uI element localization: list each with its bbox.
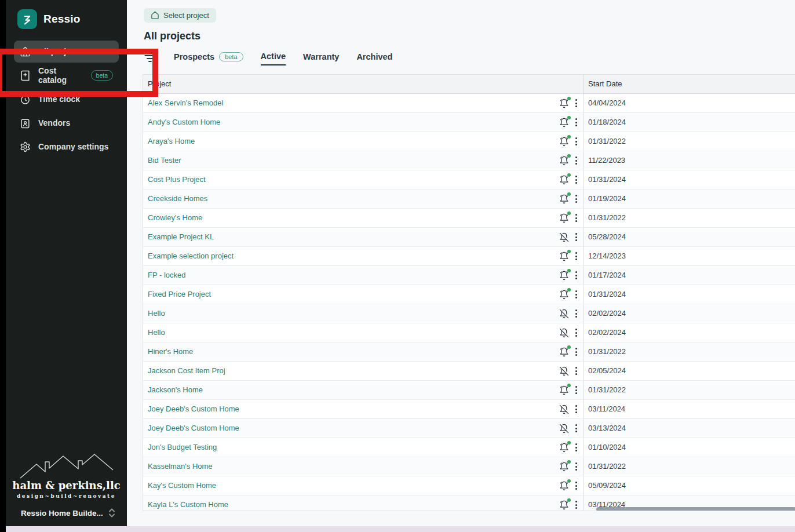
row-menu-button[interactable] [574,136,578,147]
notifications-bell-button[interactable] [559,232,569,242]
project-link[interactable]: Joey Deeb's Custom Home [148,400,239,418]
notifications-bell-button[interactable] [559,137,569,147]
project-link[interactable]: Kayla L's Custom Home [148,495,228,511]
project-link[interactable]: Example selection project [148,247,234,265]
table-row[interactable]: Example Project KL 05/28/2024 [143,228,795,247]
table-row[interactable]: Jackson's Home 01/31/2022 [143,381,795,400]
table-row[interactable]: Fixed Price Project 01/31/2024 [143,285,795,304]
table-row[interactable]: Hello 02/02/2024 [143,304,795,323]
row-menu-button[interactable] [574,308,578,319]
notifications-bell-button[interactable] [559,213,569,223]
row-menu-button[interactable] [574,461,578,472]
project-link[interactable]: Cost Plus Project [148,170,206,189]
row-menu-button[interactable] [574,423,578,433]
notifications-bell-button[interactable] [559,424,569,433]
row-menu-button[interactable] [574,366,578,376]
row-menu-button[interactable] [574,347,578,357]
row-menu-button[interactable] [574,327,578,338]
horizontal-scrollbar[interactable] [596,507,795,511]
project-link[interactable]: Jackson's Home [148,381,203,399]
filter-button[interactable] [144,52,156,65]
notifications-bell-button[interactable] [559,462,569,472]
notifications-bell-button[interactable] [559,252,569,261]
notifications-bell-button[interactable] [559,309,569,319]
row-menu-button[interactable] [574,232,578,242]
project-link[interactable]: Hello [148,304,165,323]
table-row[interactable]: Joey Deeb's Custom Home 03/13/2024 [143,419,795,438]
project-link[interactable]: Kay's Custom Home [148,476,216,495]
notifications-bell-button[interactable] [559,99,569,108]
table-row[interactable]: Bid Tester 11/22/2023 [143,151,795,170]
notifications-bell-button[interactable] [559,271,569,280]
notifications-bell-button[interactable] [559,118,569,127]
row-menu-button[interactable] [574,213,578,223]
notifications-bell-button[interactable] [559,481,569,491]
table-row[interactable]: Hiner's Home 01/31/2022 [143,342,795,362]
table-row[interactable]: Kay's Custom Home 05/09/2024 [143,476,795,495]
row-menu-button[interactable] [574,442,578,453]
table-row[interactable]: Crowley's Home 01/31/2022 [143,209,795,228]
row-menu-button[interactable] [574,98,578,108]
row-menu-button[interactable] [574,174,578,185]
project-link[interactable]: Fixed Price Project [148,285,211,304]
notifications-bell-button[interactable] [559,443,569,453]
project-link[interactable]: Kasselman's Home [148,457,213,476]
table-row[interactable]: Cost Plus Project 01/31/2024 [143,170,795,190]
row-menu-button[interactable] [574,194,578,204]
notifications-bell-button[interactable] [559,366,569,376]
notifications-bell-button[interactable] [559,328,569,338]
table-row[interactable]: Joey Deeb's Custom Home 03/11/2024 [143,400,795,419]
project-link[interactable]: Example Project KL [148,228,214,246]
table-row[interactable]: Example selection project 12/14/2023 [143,247,795,266]
sidebar-item-cost-catalog[interactable]: Cost catalog beta [14,64,119,86]
notifications-bell-button[interactable] [559,405,569,414]
table-row[interactable]: Creekside Homes 01/19/2024 [143,190,795,209]
row-menu-button[interactable] [574,404,578,414]
project-link[interactable]: Joey Deeb's Custom Home [148,419,239,438]
project-link[interactable]: Crowley's Home [148,209,202,227]
notifications-bell-button[interactable] [559,500,569,510]
project-link[interactable]: Jon's Budget Testing [148,438,217,457]
project-link[interactable]: Hello [148,323,165,342]
table-row[interactable]: Araya's Home 01/31/2022 [143,132,795,151]
row-menu-button[interactable] [574,251,578,261]
table-row[interactable]: Kasselman's Home 01/31/2022 [143,457,795,476]
notifications-bell-button[interactable] [559,175,569,185]
project-link[interactable]: Creekside Homes [148,190,207,208]
row-menu-button[interactable] [574,385,578,395]
sidebar-item-time-clock[interactable]: Time clock [14,88,119,110]
row-menu-button[interactable] [574,155,578,166]
table-row[interactable]: Hello 02/02/2024 [143,323,795,342]
sidebar-item-vendors[interactable]: Vendors [14,112,119,134]
project-link[interactable]: Hiner's Home [148,342,193,361]
project-link[interactable]: Bid Tester [148,151,181,170]
row-menu-button[interactable] [574,289,578,300]
row-menu-button[interactable] [574,270,578,280]
project-link[interactable]: Andy's Custom Home [148,113,220,132]
table-row[interactable]: Andy's Custom Home 01/18/2024 [143,113,795,132]
row-menu-button[interactable] [574,500,578,510]
notifications-bell-button[interactable] [559,385,569,395]
notifications-bell-button[interactable] [559,347,569,357]
tab-warranty[interactable]: Warranty [303,52,339,65]
table-row[interactable]: Alex Servin's Remodel 04/04/2024 [143,94,795,113]
sidebar-item-all-projects[interactable]: All projects [14,41,119,63]
table-row[interactable]: FP - locked 01/17/2024 [143,266,795,285]
select-project-button[interactable]: Select project [144,8,216,23]
table-row[interactable]: Jackson Cost Item Proj 02/05/2024 [143,362,795,381]
table-row[interactable]: Jon's Budget Testing 01/10/2024 [143,438,795,457]
notifications-bell-button[interactable] [559,194,569,204]
project-link[interactable]: Alex Servin's Remodel [148,94,223,112]
company-selector[interactable]: Ressio Home Builde... [6,508,127,518]
project-link[interactable]: FP - locked [148,266,186,285]
row-menu-button[interactable] [574,117,578,127]
notifications-bell-button[interactable] [559,290,569,300]
tab-prospects[interactable]: Prospects beta [174,52,243,65]
row-menu-button[interactable] [574,480,578,491]
tab-archived[interactable]: Archived [356,52,392,65]
notifications-bell-button[interactable] [559,156,569,166]
sidebar-item-company-settings[interactable]: Company settings [14,136,119,158]
project-link[interactable]: Araya's Home [148,132,195,151]
project-link[interactable]: Jackson Cost Item Proj [148,362,225,380]
tab-active[interactable]: Active [261,52,286,65]
